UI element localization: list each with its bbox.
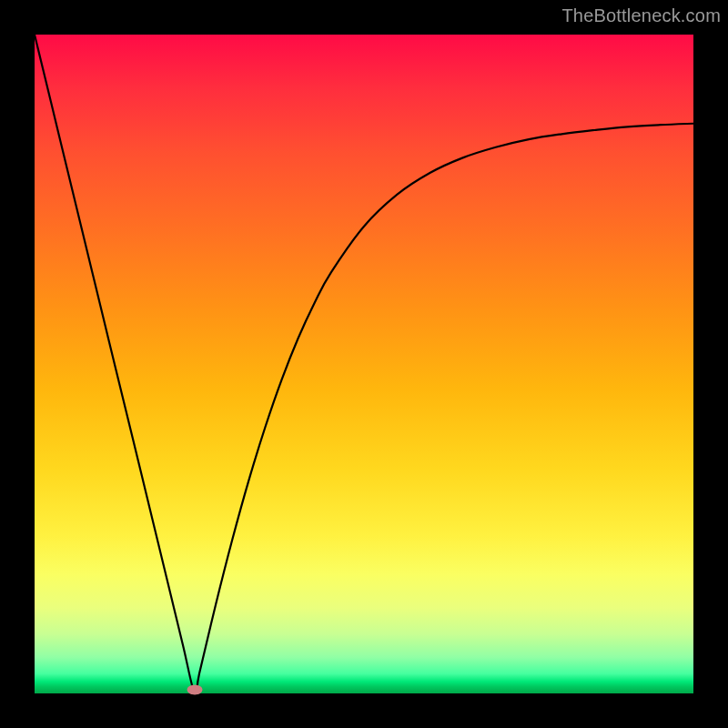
plot-area xyxy=(35,35,693,693)
minimum-marker-icon xyxy=(187,685,202,695)
chart-frame: TheBottleneck.com xyxy=(0,0,728,728)
watermark-text: TheBottleneck.com xyxy=(561,5,721,26)
bottleneck-curve xyxy=(35,35,693,693)
